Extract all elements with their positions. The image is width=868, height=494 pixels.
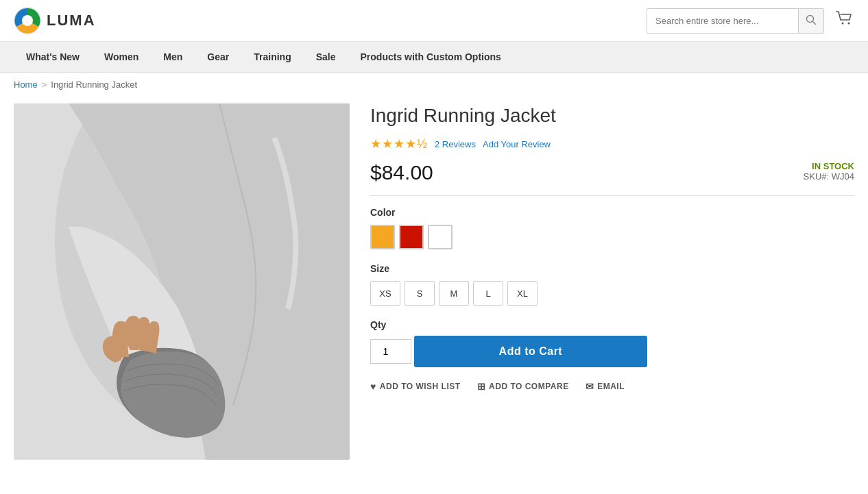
size-btn-l[interactable]: L xyxy=(473,281,503,306)
size-btn-xs[interactable]: XS xyxy=(370,281,400,306)
add-to-cart-button[interactable]: Add to Cart xyxy=(414,336,647,367)
site-header: LUMA xyxy=(0,0,868,42)
size-btn-xl[interactable]: XL xyxy=(507,281,538,306)
email-icon: ✉ xyxy=(586,381,594,392)
cart-button[interactable] xyxy=(835,9,854,32)
add-to-wishlist-link[interactable]: ♥ ADD TO WISH LIST xyxy=(370,381,461,392)
color-option-group: Color xyxy=(370,207,854,249)
email-label: EMAIL xyxy=(597,382,625,391)
nav-item-sale[interactable]: Sale xyxy=(304,42,348,72)
product-image xyxy=(14,103,350,460)
qty-input[interactable] xyxy=(370,339,411,364)
qty-label: Qty xyxy=(370,319,854,330)
size-btn-m[interactable]: M xyxy=(439,281,469,306)
nav-item-custom-options[interactable]: Products with Custom Options xyxy=(348,42,514,72)
breadcrumb-current: Ingrid Running Jacket xyxy=(51,79,137,90)
size-label: Size xyxy=(370,263,854,274)
sku-info: SKU#: WJ04 xyxy=(804,171,854,182)
color-swatch-white[interactable] xyxy=(428,225,453,249)
reviews-link[interactable]: 2 Reviews xyxy=(435,139,476,149)
wish-list-label: ADD TO WISH LIST xyxy=(380,382,461,391)
svg-point-5 xyxy=(848,23,850,25)
divider xyxy=(370,195,854,196)
rating-stars: ★★★★½ xyxy=(370,136,428,151)
nav-item-men[interactable]: Men xyxy=(151,42,195,72)
svg-line-3 xyxy=(813,21,816,24)
search-form xyxy=(647,8,824,34)
main-nav: What's New Women Men Gear Training Sale … xyxy=(0,42,868,73)
sku-value: WJ04 xyxy=(832,171,854,182)
svg-point-4 xyxy=(842,23,844,25)
stock-status: IN STOCK xyxy=(804,161,854,171)
luma-logo-icon xyxy=(14,7,41,34)
size-btn-s[interactable]: S xyxy=(405,281,435,306)
color-swatches xyxy=(370,225,854,249)
header-right xyxy=(647,8,854,34)
add-review-link[interactable]: Add Your Review xyxy=(483,139,551,149)
add-to-compare-link[interactable]: ⊞ ADD TO COMPARE xyxy=(477,381,569,392)
search-input[interactable] xyxy=(647,10,798,32)
sku-label: SKU#: xyxy=(804,171,830,182)
search-button[interactable] xyxy=(798,9,823,33)
compare-icon: ⊞ xyxy=(477,381,486,392)
stock-sku: IN STOCK SKU#: WJ04 xyxy=(804,161,854,182)
color-swatch-orange[interactable] xyxy=(370,225,395,249)
color-label: Color xyxy=(370,207,854,218)
size-buttons: XS S M L XL xyxy=(370,281,854,306)
nav-item-women[interactable]: Women xyxy=(92,42,151,72)
size-option-group: Size XS S M L XL xyxy=(370,263,854,306)
compare-label: ADD TO COMPARE xyxy=(489,382,569,391)
cart-icon xyxy=(835,9,854,28)
email-link[interactable]: ✉ EMAIL xyxy=(586,381,625,392)
product-price: $84.00 xyxy=(370,161,433,184)
nav-item-gear[interactable]: Gear xyxy=(195,42,241,72)
breadcrumb: Home > Ingrid Running Jacket xyxy=(0,73,868,97)
product-title: Ingrid Running Jacket xyxy=(370,103,854,128)
logo-text: LUMA xyxy=(47,12,96,29)
product-image-section xyxy=(14,103,350,460)
breadcrumb-separator: > xyxy=(42,79,47,90)
logo[interactable]: LUMA xyxy=(14,7,96,34)
action-links: ♥ ADD TO WISH LIST ⊞ ADD TO COMPARE ✉ EM… xyxy=(370,381,854,392)
product-details: Ingrid Running Jacket ★★★★½ 2 Reviews Ad… xyxy=(370,103,854,460)
search-icon xyxy=(806,14,817,25)
price-stock-row: $84.00 IN STOCK SKU#: WJ04 xyxy=(370,161,854,184)
rating-row: ★★★★½ 2 Reviews Add Your Review xyxy=(370,136,854,151)
color-swatch-red[interactable] xyxy=(399,225,424,249)
heart-icon: ♥ xyxy=(370,381,376,392)
nav-item-training[interactable]: Training xyxy=(241,42,303,72)
product-image-svg xyxy=(14,103,350,460)
breadcrumb-home[interactable]: Home xyxy=(14,79,38,90)
nav-item-whats-new[interactable]: What's New xyxy=(14,42,92,72)
svg-point-1 xyxy=(22,15,33,26)
product-page: Ingrid Running Jacket ★★★★½ 2 Reviews Ad… xyxy=(0,97,868,480)
